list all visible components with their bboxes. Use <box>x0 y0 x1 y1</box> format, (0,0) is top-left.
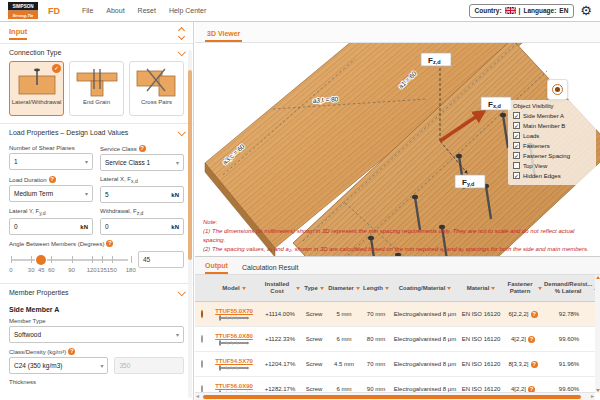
toggle-fastener-spacing[interactable]: Fastener Spacing <box>513 152 591 159</box>
panel-scrollbar[interactable] <box>188 50 192 398</box>
load-duration-label: Load Duration ? <box>9 176 93 183</box>
angle-value-input[interactable]: 45 <box>138 251 184 268</box>
section-member-properties[interactable]: Member Properties <box>0 283 193 300</box>
class-density-select[interactable]: C24 (350 kg/m3) ▾ <box>9 357 108 374</box>
help-icon[interactable]: ? <box>106 240 113 247</box>
toggle-side-member-a[interactable]: Side Member A <box>513 112 591 119</box>
country-language-selector[interactable]: Country: | Language: EN <box>469 4 575 18</box>
row-radio[interactable] <box>201 360 203 368</box>
cell-coating: Electrogalvanised 8 μm <box>391 336 459 342</box>
tab-3d-viewer[interactable]: 3D Viewer <box>205 27 242 42</box>
lateral-y-input[interactable]: 0 kN <box>9 218 93 235</box>
table-row[interactable]: TTUF54.5X70 +1204.17% Screw 4.5 mm 70 mm… <box>195 352 595 377</box>
cell-demand: 92.78% <box>543 311 595 317</box>
table-row[interactable]: TTUF55.0X70 +1114.00% Screw 5 mm 70 mm E… <box>195 302 595 327</box>
toggle-hidden-edges[interactable]: Hidden Edges <box>513 172 591 179</box>
filter-icon[interactable] <box>447 287 451 290</box>
view-orbit-button[interactable] <box>547 79 568 100</box>
table-row[interactable]: TTUF56.0X90 +1282.17% Screw 6 mm 90 mm E… <box>195 377 595 393</box>
help-icon[interactable]: ? <box>531 311 538 318</box>
header-installed-cost[interactable]: Installed Cost <box>259 281 301 294</box>
toggle-main-member-b[interactable]: Main Member B <box>513 122 591 129</box>
header-material[interactable]: Material <box>459 285 503 292</box>
member-type-select[interactable]: Softwood ▾ <box>9 326 184 343</box>
slider-handle[interactable] <box>36 255 46 265</box>
note-line-2: (2) The spacing values, a₁ and a₂, shown… <box>203 245 594 254</box>
scroll-left-icon[interactable]: ◂ <box>196 394 199 399</box>
checkbox-icon[interactable] <box>513 142 520 149</box>
filter-icon[interactable] <box>491 287 495 290</box>
panel-scrollbar-thumb[interactable] <box>188 70 192 260</box>
filter-icon[interactable] <box>385 287 389 290</box>
filter-icon[interactable] <box>242 287 246 290</box>
cell-diameter: 6 mm <box>327 336 361 342</box>
help-icon[interactable]: ? <box>49 176 56 183</box>
cell-diameter: 4.5 mm <box>327 361 361 367</box>
checkbox-icon[interactable] <box>513 162 520 169</box>
settings-gear-icon[interactable]: ⚙ <box>580 4 592 17</box>
header-coating-material[interactable]: Coating/Material <box>391 285 459 292</box>
tab-calculation-result[interactable]: Calculation Result <box>242 264 298 274</box>
toggle-top-view[interactable]: Top View <box>513 162 591 169</box>
toggle-loads[interactable]: Loads <box>513 132 591 139</box>
help-icon[interactable]: ? <box>68 348 75 355</box>
collapse-panel-icon[interactable] <box>179 28 184 39</box>
language-label: Language: <box>523 7 556 14</box>
row-radio[interactable] <box>201 310 203 318</box>
load-duration-select[interactable]: Medium Term ▾ <box>9 185 93 202</box>
chevron-down-icon: ▾ <box>100 362 103 369</box>
model-link[interactable]: TTUF55.0X70 <box>215 308 253 314</box>
menu-help-center[interactable]: Help Center <box>169 7 206 14</box>
filter-icon[interactable] <box>296 287 300 290</box>
table-vertical-scrollbar[interactable] <box>595 275 600 393</box>
checkbox-icon[interactable] <box>513 172 520 179</box>
filter-icon[interactable] <box>320 287 324 290</box>
help-icon[interactable]: ? <box>531 361 538 368</box>
header-fastener-pattern[interactable]: Fastener Pattern <box>503 281 543 294</box>
viewer-tab-bar: 3D Viewer <box>195 22 600 43</box>
menu-about[interactable]: About <box>106 7 124 14</box>
header-diameter[interactable]: Diameter <box>327 285 361 292</box>
filter-icon[interactable] <box>538 287 542 290</box>
3d-scene[interactable]: a3,c = 60 a3,t = 80 a1 = 60 <box>195 43 600 257</box>
note-title: Note: <box>203 218 594 227</box>
cell-coating: Electrogalvanised 8 μm <box>391 311 459 317</box>
service-class-select[interactable]: Service Class 1 ▾ <box>100 154 184 171</box>
withdrawal-input[interactable]: 0 kN <box>100 218 184 235</box>
help-icon[interactable]: ? <box>139 145 146 152</box>
chevron-down-icon <box>177 288 185 296</box>
section-load-properties[interactable]: Load Properties – Design Load Values <box>0 123 193 140</box>
checkbox-icon[interactable] <box>513 122 520 129</box>
header-type[interactable]: Type <box>301 285 327 292</box>
scroll-right-icon[interactable]: ▸ <box>591 394 594 399</box>
card-end-grain[interactable]: End Grain <box>69 61 124 116</box>
cell-type: Screw <box>301 361 327 367</box>
angle-slider[interactable]: 0 30 45 60 90 120 135 150 180 <box>9 253 130 279</box>
section-connection-type[interactable]: Connection Type <box>0 43 193 60</box>
row-radio[interactable] <box>201 335 203 343</box>
header-demand-lateral[interactable]: Demand/Resist... % Lateral <box>543 281 595 294</box>
horizontal-scrollbar-thumb[interactable] <box>203 395 581 399</box>
model-link[interactable]: TTUF54.5X70 <box>215 358 253 364</box>
checkbox-icon[interactable] <box>513 132 520 139</box>
shear-planes-select[interactable]: 1 ▾ <box>9 153 93 170</box>
menu-reset[interactable]: Reset <box>138 7 156 14</box>
checkbox-icon[interactable] <box>513 152 520 159</box>
header-length[interactable]: Length <box>361 285 391 292</box>
filter-icon[interactable] <box>356 287 360 290</box>
help-icon[interactable]: ? <box>528 336 535 343</box>
header-model[interactable]: Model <box>209 285 259 292</box>
toggle-fasteners[interactable]: Fasteners <box>513 142 591 149</box>
table-horizontal-scrollbar[interactable]: ◂ ▸ <box>195 392 595 400</box>
table-row[interactable]: TTUF56.0X80 +1122.33% Screw 6 mm 80 mm E… <box>195 327 595 352</box>
cell-demand: 99.60% <box>543 336 595 342</box>
tab-output[interactable]: Output <box>205 262 228 274</box>
checkbox-icon[interactable] <box>513 112 520 119</box>
card-lateral-withdrawal[interactable]: ✓ Lateral/Withdrawal <box>9 61 64 116</box>
model-link[interactable]: TTUF56.0X90 <box>215 383 253 389</box>
menu-file[interactable]: File <box>82 7 93 14</box>
model-link[interactable]: TTUF56.0X80 <box>215 333 253 339</box>
thickness-label: Thickness <box>9 379 184 385</box>
lateral-x-input[interactable]: 5 kN <box>100 186 184 203</box>
card-cross-pairs[interactable]: Cross Pairs <box>129 61 184 116</box>
